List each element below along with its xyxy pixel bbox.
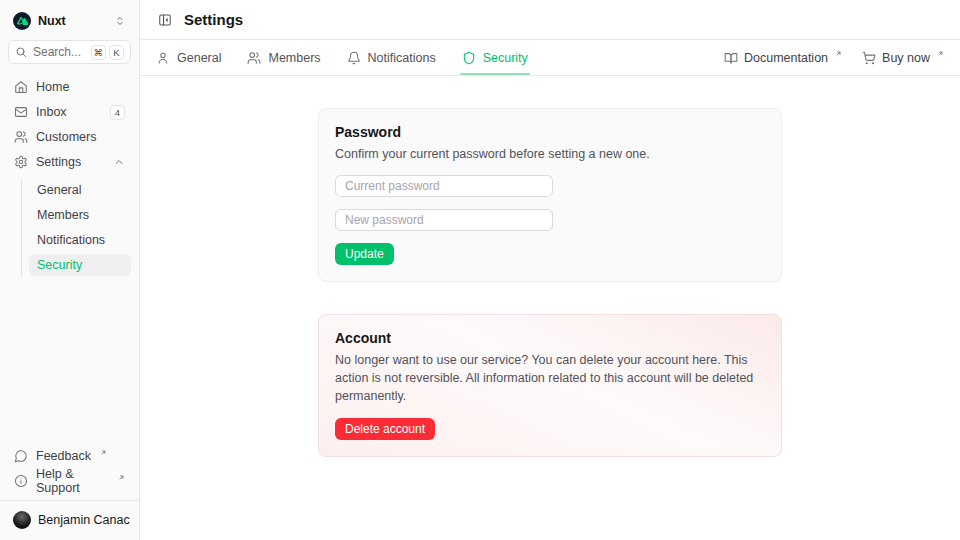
external-link-icon bbox=[118, 474, 125, 481]
sidebar-spacer bbox=[8, 276, 131, 445]
panel-collapse-icon bbox=[158, 13, 172, 27]
avatar bbox=[13, 511, 31, 529]
sidebar-item-label: Inbox bbox=[36, 105, 102, 119]
home-icon bbox=[14, 80, 28, 94]
inbox-count-badge: 4 bbox=[110, 105, 125, 120]
sidebar-item-security[interactable]: Security bbox=[29, 254, 131, 276]
sidebar-item-settings[interactable]: Settings bbox=[8, 151, 131, 173]
sidebar-item-customers[interactable]: Customers bbox=[8, 126, 131, 148]
tab-security[interactable]: Security bbox=[462, 40, 528, 75]
sidebar-footer-nav: Feedback Help & Support bbox=[8, 445, 131, 492]
sidebar-item-label: Help & Support bbox=[36, 467, 109, 495]
sidebar-item-notifications[interactable]: Notifications bbox=[29, 229, 131, 251]
workspace-name: Nuxt bbox=[38, 14, 66, 28]
password-card-description: Confirm your current password before set… bbox=[335, 145, 765, 163]
current-password-field[interactable] bbox=[335, 175, 553, 197]
tab-notifications[interactable]: Notifications bbox=[347, 40, 436, 75]
book-icon bbox=[724, 51, 738, 65]
tab-members[interactable]: Members bbox=[247, 40, 320, 75]
kbd-k: K bbox=[109, 45, 124, 60]
users-icon bbox=[14, 130, 28, 144]
tab-label: General bbox=[177, 51, 221, 65]
nuxt-logo-icon bbox=[13, 12, 31, 30]
page-header: Settings bbox=[140, 0, 960, 40]
external-link-icon bbox=[937, 50, 944, 57]
sidebar: Nuxt Search... ⌘ K Home bbox=[0, 0, 140, 540]
external-link-icon bbox=[835, 50, 842, 57]
sidebar-item-help-support[interactable]: Help & Support bbox=[8, 470, 131, 492]
account-card: Account No longer want to use our servic… bbox=[318, 314, 782, 456]
tab-actions: Documentation Buy now bbox=[724, 40, 944, 75]
chevron-up-down-icon bbox=[114, 15, 126, 27]
sidebar-item-members[interactable]: Members bbox=[29, 204, 131, 226]
action-label: Documentation bbox=[744, 51, 828, 65]
shield-icon bbox=[462, 51, 476, 65]
content-area: Password Confirm your current password b… bbox=[140, 76, 960, 540]
sidebar-item-inbox[interactable]: Inbox 4 bbox=[8, 101, 131, 123]
password-card: Password Confirm your current password b… bbox=[318, 108, 782, 282]
sidebar-nav: Home Inbox 4 Customers Settings bbox=[8, 76, 131, 276]
inbox-icon bbox=[14, 105, 28, 119]
buy-now-link[interactable]: Buy now bbox=[862, 51, 944, 65]
users-icon bbox=[247, 51, 261, 65]
sidebar-item-feedback[interactable]: Feedback bbox=[8, 445, 131, 467]
account-card-title: Account bbox=[335, 330, 765, 346]
chevron-up-icon bbox=[113, 156, 125, 168]
gear-icon bbox=[14, 155, 28, 169]
sidebar-item-label: Settings bbox=[36, 155, 105, 169]
sidebar-item-label: Notifications bbox=[37, 233, 105, 247]
update-password-button[interactable]: Update bbox=[335, 243, 394, 265]
tab-label: Notifications bbox=[368, 51, 436, 65]
search-icon bbox=[15, 46, 27, 58]
sidebar-divider bbox=[0, 500, 139, 501]
sidebar-item-label: Members bbox=[37, 208, 89, 222]
main-panel: Settings General Members bbox=[140, 0, 960, 540]
app-window: Nuxt Search... ⌘ K Home bbox=[0, 0, 960, 540]
password-card-title: Password bbox=[335, 124, 765, 140]
tab-bar: General Members Notifications bbox=[140, 40, 960, 76]
sidebar-item-label: Security bbox=[37, 258, 82, 272]
tabs: General Members Notifications bbox=[156, 40, 528, 75]
sidebar-item-label: General bbox=[37, 183, 81, 197]
tab-general[interactable]: General bbox=[156, 40, 221, 75]
tab-label: Members bbox=[268, 51, 320, 65]
account-card-description: No longer want to use our service? You c… bbox=[335, 351, 765, 405]
sidebar-item-label: Home bbox=[36, 80, 125, 94]
documentation-link[interactable]: Documentation bbox=[724, 51, 842, 65]
user-name: Benjamin Canac bbox=[38, 513, 130, 527]
sidebar-item-label: Customers bbox=[36, 130, 125, 144]
settings-subnav: General Members Notifications Security bbox=[21, 179, 131, 276]
info-circle-icon bbox=[14, 474, 28, 488]
sidebar-item-label: Feedback bbox=[36, 449, 91, 463]
sidebar-item-home[interactable]: Home bbox=[8, 76, 131, 98]
workspace-switcher[interactable]: Nuxt bbox=[8, 8, 131, 34]
external-link-icon bbox=[100, 449, 107, 456]
sidebar-collapse-button[interactable] bbox=[156, 11, 174, 29]
cart-icon bbox=[862, 51, 876, 65]
action-label: Buy now bbox=[882, 51, 930, 65]
search-input[interactable]: Search... ⌘ K bbox=[8, 40, 131, 64]
search-shortcut: ⌘ K bbox=[91, 45, 125, 60]
delete-account-button[interactable]: Delete account bbox=[335, 418, 435, 440]
kbd-meta: ⌘ bbox=[91, 45, 107, 60]
tab-label: Security bbox=[483, 51, 528, 65]
person-icon bbox=[156, 51, 170, 65]
user-menu[interactable]: Benjamin Canac bbox=[8, 508, 131, 532]
page-title: Settings bbox=[184, 11, 243, 28]
bell-icon bbox=[347, 51, 361, 65]
chat-bubble-icon bbox=[14, 449, 28, 463]
new-password-field[interactable] bbox=[335, 209, 553, 231]
sidebar-item-general[interactable]: General bbox=[29, 179, 131, 201]
search-placeholder: Search... bbox=[33, 45, 81, 59]
